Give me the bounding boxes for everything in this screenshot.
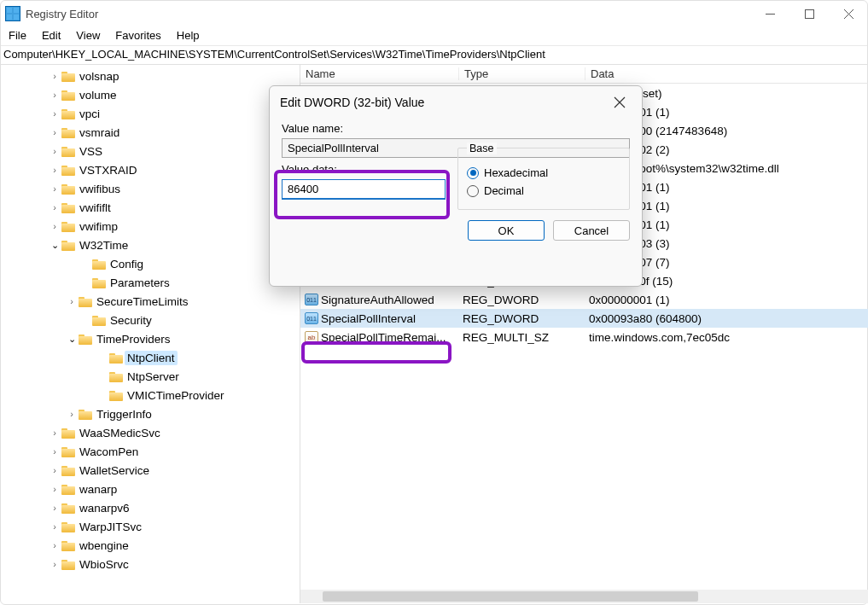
folder-icon [61, 483, 77, 495]
tree-item-vwififlt[interactable]: ›vwififlt [0, 198, 300, 217]
folder-icon [109, 370, 125, 382]
scrollbar-thumb[interactable] [323, 591, 698, 602]
folder-icon [79, 295, 94, 307]
chevron-right-icon[interactable]: › [65, 409, 79, 419]
folder-icon [61, 558, 77, 570]
folder-icon [61, 239, 77, 251]
chevron-right-icon[interactable]: › [48, 428, 61, 438]
tree-item-vstxraid[interactable]: ›VSTXRAID [0, 160, 300, 179]
tree-item-ntpserver[interactable]: NtpServer [0, 367, 300, 386]
radio-decimal[interactable]: Decimal [467, 184, 620, 197]
chevron-right-icon[interactable]: › [65, 296, 79, 306]
tree-item-vwifimp[interactable]: ›vwifimp [0, 217, 300, 236]
horizontal-scrollbar[interactable] [300, 590, 868, 603]
column-header-name[interactable]: Name [300, 67, 459, 80]
list-header: Name Type Data [300, 65, 868, 84]
folder-icon [61, 164, 77, 176]
tree-item-ntpclient[interactable]: NtpClient [0, 348, 300, 367]
chevron-right-icon[interactable]: › [48, 165, 61, 175]
folder-icon [61, 70, 77, 82]
folder-icon [92, 276, 108, 288]
chevron-right-icon[interactable]: › [48, 559, 61, 569]
tree-item-vpci[interactable]: ›vpci [0, 104, 300, 123]
tree-item-parameters[interactable]: Parameters [0, 273, 300, 292]
chevron-right-icon[interactable]: › [48, 521, 61, 532]
value-data-label: Value data: [282, 163, 446, 179]
string-value-icon: ab [304, 330, 319, 344]
radio-hexadecimal[interactable]: Hexadecimal [467, 166, 620, 179]
radio-unchecked-icon [467, 185, 479, 197]
list-item-specialpollinterval[interactable]: 011SpecialPollIntervalREG_DWORD0x00093a8… [300, 309, 868, 328]
tree-item-securetimelimits[interactable]: ›SecureTimeLimits [0, 292, 300, 311]
tree-item-timeproviders[interactable]: ⌄TimeProviders [0, 329, 300, 348]
chevron-right-icon[interactable]: › [48, 465, 61, 475]
tree-item-config[interactable]: Config [0, 254, 300, 273]
tree-item-vss[interactable]: ›VSS [0, 142, 300, 160]
tree-item-triggerinfo[interactable]: ›TriggerInfo [0, 404, 300, 423]
folder-icon [79, 333, 94, 345]
folder-icon [61, 145, 77, 157]
chevron-right-icon[interactable]: › [48, 183, 61, 194]
folder-icon [61, 464, 77, 476]
tree-panel[interactable]: ›volsnap ›volume ›vpci ›vsmraid ›VSS ›VS… [0, 65, 300, 603]
base-group-label: Base [467, 143, 497, 154]
dword-value-icon: 011 [304, 311, 319, 325]
cancel-button[interactable]: Cancel [553, 220, 630, 241]
chevron-right-icon[interactable]: › [48, 540, 61, 550]
tree-item-wbiosrvc[interactable]: ›WbioSrvc [0, 555, 300, 573]
tree-item-volsnap[interactable]: ›volsnap [0, 67, 300, 85]
folder-icon [61, 220, 77, 232]
tree-item-warpjitsvc[interactable]: ›WarpJITSvc [0, 517, 300, 536]
folder-icon [79, 408, 94, 420]
chevron-right-icon[interactable]: › [48, 146, 61, 156]
chevron-right-icon[interactable]: › [48, 127, 61, 137]
base-group: Base Hexadecimal Decimal [457, 148, 630, 210]
folder-icon [61, 183, 77, 195]
chevron-right-icon[interactable]: › [48, 484, 61, 494]
tree-item-wanarpv6[interactable]: ›wanarpv6 [0, 498, 300, 517]
folder-icon [61, 126, 77, 138]
folder-icon [61, 445, 77, 457]
dword-value-icon: 011 [304, 293, 319, 306]
list-item[interactable]: abSpecialPollTimeRemai...REG_MULTI_SZtim… [300, 328, 868, 346]
tree-item-vmictimeprovider[interactable]: VMICTimeProvider [0, 386, 300, 404]
chevron-down-icon[interactable]: ⌄ [48, 240, 61, 251]
chevron-right-icon[interactable]: › [48, 202, 61, 212]
chevron-down-icon[interactable]: ⌄ [65, 334, 79, 345]
tree-item-vsmraid[interactable]: ›vsmraid [0, 123, 300, 142]
column-header-data[interactable]: Data [585, 67, 868, 80]
chevron-right-icon[interactable]: › [48, 90, 61, 100]
edit-dword-dialog: Edit DWORD (32-bit) Value Value name: Sp… [269, 85, 643, 287]
folder-icon [61, 502, 77, 514]
tree-item-volume[interactable]: ›volume [0, 85, 300, 104]
folder-icon [109, 352, 125, 364]
tree-item-wanarp[interactable]: ›wanarp [0, 480, 300, 498]
tree-item-waasmedicsvc[interactable]: ›WaaSMedicSvc [0, 423, 300, 442]
chevron-right-icon[interactable]: › [48, 221, 61, 231]
chevron-right-icon[interactable]: › [48, 503, 61, 513]
dialog-title: Edit DWORD (32-bit) Value [280, 96, 424, 109]
list-item[interactable]: 011SignatureAuthAllowedREG_DWORD0x000000… [300, 290, 868, 309]
tree-item-wacompen[interactable]: ›WacomPen [0, 442, 300, 461]
value-data-input[interactable] [282, 179, 446, 200]
chevron-right-icon[interactable]: › [48, 71, 61, 81]
chevron-right-icon[interactable]: › [48, 108, 61, 119]
tree-item-wbengine[interactable]: ›wbengine [0, 536, 300, 555]
folder-icon [61, 201, 77, 213]
tree-item-w32time[interactable]: ⌄W32Time [0, 236, 300, 254]
tree-item-vwifibus[interactable]: ›vwifibus [0, 179, 300, 198]
folder-icon [61, 108, 77, 119]
tree-item-security[interactable]: Security [0, 311, 300, 329]
dialog-close-button[interactable] [608, 93, 632, 112]
radio-checked-icon [467, 167, 479, 179]
tree-item-walletservice[interactable]: ›WalletService [0, 461, 300, 480]
folder-icon [61, 427, 77, 439]
ok-button[interactable]: OK [468, 220, 545, 241]
value-name-label: Value name: [270, 119, 642, 137]
folder-icon [92, 258, 108, 270]
chevron-right-icon[interactable]: › [48, 446, 61, 457]
column-header-type[interactable]: Type [459, 67, 585, 80]
folder-icon [92, 314, 108, 326]
folder-icon [61, 539, 77, 551]
folder-icon [61, 89, 77, 101]
